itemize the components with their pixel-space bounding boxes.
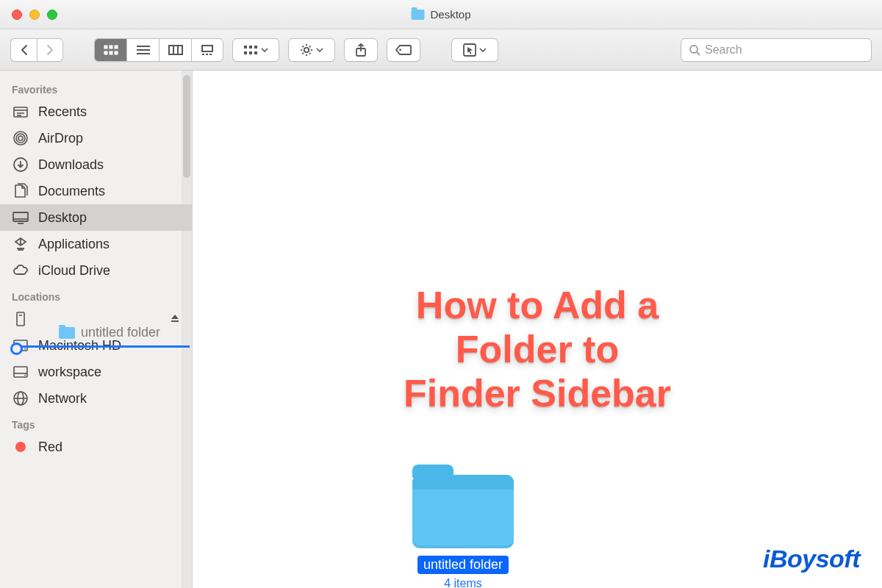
chevron-down-icon [479, 48, 487, 52]
sidebar-item-label: Downloads [38, 157, 104, 173]
chevron-down-icon [261, 48, 268, 52]
sidebar-item-applications[interactable]: Applications [0, 231, 192, 257]
svg-line-28 [309, 53, 311, 54]
svg-point-22 [304, 47, 309, 51]
sidebar-item-desktop[interactable]: Desktop [0, 204, 192, 231]
folder-icon [412, 475, 514, 548]
folder-subtitle: 4 items [404, 577, 522, 588]
share-button[interactable] [344, 38, 378, 62]
sidebar-item-workspace[interactable]: workspace [0, 359, 192, 385]
window-title: Desktop [411, 8, 470, 21]
svg-rect-4 [110, 51, 112, 54]
sidebar-item-label: Documents [38, 184, 105, 199]
sidebar-item-documents[interactable]: Documents [0, 178, 192, 204]
svg-point-57 [24, 375, 26, 376]
forward-button[interactable] [37, 38, 63, 62]
sidebar-item-tag-red[interactable]: Red [0, 434, 192, 460]
svg-point-40 [18, 136, 23, 140]
cursor-box-icon [463, 43, 476, 57]
tag-dot-icon [12, 438, 29, 456]
sidebar: Favorites Recents AirDrop Downloads Docu… [0, 71, 193, 588]
sidebar-item-label: Desktop [38, 210, 87, 226]
svg-rect-3 [104, 51, 107, 54]
recents-icon [12, 103, 29, 121]
content-area[interactable]: How to Add a Folder to Finder Sidebar un… [193, 71, 882, 588]
close-button[interactable] [12, 10, 22, 20]
sidebar-item-label: Applications [38, 237, 110, 252]
folder-icon [59, 327, 75, 339]
svg-rect-13 [202, 54, 204, 55]
quick-actions-dropdown[interactable] [451, 38, 498, 62]
svg-rect-19 [244, 51, 247, 54]
finder-window: Desktop [0, 0, 882, 588]
gear-icon [300, 43, 313, 57]
chevron-down-icon [316, 48, 323, 52]
drop-indicator [19, 345, 190, 348]
sidebar-item-label: AirDrop [38, 131, 83, 146]
drag-proxy: untitled folder [59, 325, 160, 340]
svg-rect-9 [169, 46, 182, 54]
folder-name: untitled folder [417, 556, 509, 574]
view-gallery-button[interactable] [191, 38, 223, 62]
tag-button[interactable] [387, 38, 420, 62]
svg-rect-51 [171, 320, 179, 322]
maximize-button[interactable] [47, 10, 57, 20]
svg-point-32 [399, 49, 401, 51]
toolbar: Search [0, 29, 882, 71]
view-column-button[interactable] [159, 38, 191, 62]
svg-rect-17 [249, 46, 252, 49]
tag-icon [395, 45, 412, 55]
svg-rect-20 [249, 51, 252, 54]
svg-point-54 [24, 348, 26, 350]
view-mode-buttons [94, 38, 223, 62]
titlebar: Desktop [0, 0, 882, 29]
documents-icon [12, 182, 29, 200]
cloud-icon [12, 262, 29, 279]
sidebar-item-label: iCloud Drive [38, 263, 110, 279]
svg-rect-12 [202, 46, 212, 51]
view-icon-button[interactable] [94, 38, 126, 62]
desktop-icon [12, 209, 29, 226]
svg-point-41 [16, 134, 25, 143]
svg-rect-1 [110, 46, 112, 49]
action-dropdown[interactable] [288, 38, 335, 62]
svg-rect-14 [206, 54, 208, 55]
eject-icon[interactable] [170, 312, 180, 327]
brand-text: iBoysoft [763, 545, 860, 573]
svg-line-29 [309, 46, 311, 47]
view-list-button[interactable] [126, 38, 159, 62]
back-button[interactable] [10, 38, 37, 62]
brand-logo: iBoysoft [763, 545, 860, 573]
svg-rect-16 [244, 46, 247, 49]
sidebar-item-network[interactable]: Network [0, 385, 192, 412]
sidebar-item-icloud-drive[interactable]: iCloud Drive [0, 257, 192, 284]
svg-rect-21 [254, 51, 257, 54]
window-title-text: Desktop [430, 8, 470, 21]
folder-icon [411, 10, 424, 20]
sidebar-item-label: Network [38, 391, 87, 406]
folder-item[interactable]: untitled folder 4 items [404, 475, 522, 588]
sidebar-item-downloads[interactable]: Downloads [0, 151, 192, 178]
sidebar-item-label: workspace [38, 365, 101, 380]
svg-line-30 [303, 53, 304, 54]
svg-rect-2 [115, 46, 118, 49]
sidebar-item-recents[interactable]: Recents [0, 98, 192, 125]
sidebar-item-airdrop[interactable]: AirDrop [0, 125, 192, 151]
traffic-lights [0, 10, 57, 20]
svg-line-35 [697, 52, 700, 55]
downloads-icon [12, 156, 29, 173]
svg-rect-5 [115, 51, 118, 54]
applications-icon [12, 235, 29, 253]
search-icon [689, 44, 700, 56]
search-field[interactable]: Search [681, 38, 872, 62]
sidebar-item-label: Red [38, 440, 62, 455]
svg-rect-15 [209, 54, 212, 55]
svg-rect-18 [254, 46, 257, 49]
sidebar-section-favorites: Favorites [0, 76, 192, 98]
sidebar-item-label: Recents [38, 104, 87, 120]
minimize-button[interactable] [29, 10, 40, 20]
external-drive-icon [12, 310, 29, 328]
network-icon [12, 390, 29, 407]
window-body: Favorites Recents AirDrop Downloads Docu… [0, 71, 882, 588]
group-by-dropdown[interactable] [232, 38, 279, 62]
